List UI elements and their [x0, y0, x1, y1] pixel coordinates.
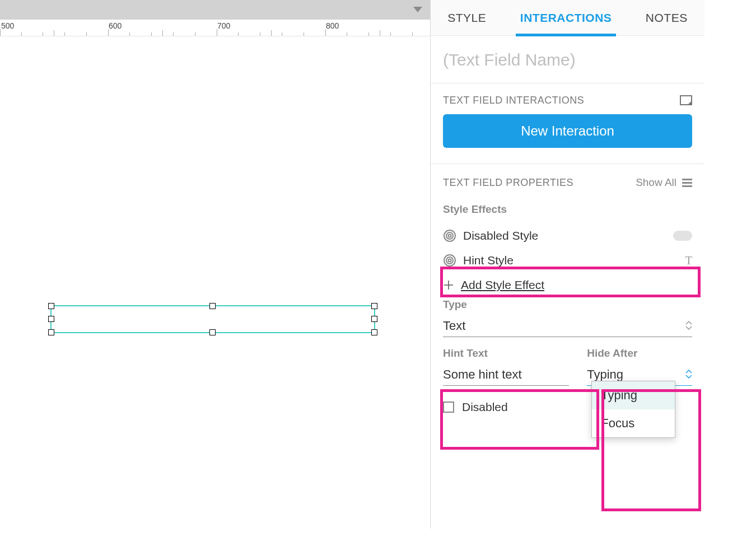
- ruler-tick: 700: [217, 21, 230, 30]
- tab-interactions[interactable]: INTERACTIONS: [516, 1, 617, 35]
- hide-after-dropdown: Typing Focus: [591, 381, 675, 438]
- ruler-horizontal: 500 600 700 800: [0, 20, 430, 36]
- ruler-tick: 500: [1, 21, 14, 30]
- svg-point-5: [449, 235, 451, 237]
- dropdown-option[interactable]: Typing: [592, 381, 675, 409]
- field-label: Hint Text: [443, 347, 569, 360]
- ruler-tick: 800: [326, 21, 339, 30]
- disabled-label: Disabled: [462, 400, 508, 414]
- svg-point-7: [446, 257, 453, 264]
- effect-label: Hint Style: [463, 254, 514, 267]
- hint-text-input[interactable]: [443, 364, 569, 386]
- show-all-label: Show All: [636, 176, 676, 189]
- field-label: Type: [443, 298, 692, 311]
- resize-handle[interactable]: [209, 329, 216, 335]
- page-bar: [0, 0, 430, 20]
- add-label: Add Style Effect: [461, 278, 544, 292]
- resize-handle[interactable]: [48, 316, 54, 322]
- svg-point-8: [449, 259, 451, 262]
- dropdown-option[interactable]: Focus: [592, 409, 675, 437]
- widget-name-input[interactable]: [443, 36, 692, 83]
- effect-label: Disabled Style: [463, 229, 538, 242]
- tab-notes[interactable]: NOTES: [641, 1, 692, 35]
- panel-tabs: STYLE INTERACTIONS NOTES: [431, 0, 704, 36]
- plus-icon: [443, 279, 454, 291]
- effect-row-disabled-style[interactable]: Disabled Style: [443, 223, 692, 248]
- resize-handle[interactable]: [48, 303, 54, 309]
- target-icon: [443, 254, 456, 267]
- new-interaction-button[interactable]: New Interaction: [443, 114, 692, 148]
- effect-row-hint-style[interactable]: Hint Style T: [443, 248, 692, 273]
- svg-point-4: [446, 232, 453, 239]
- svg-marker-0: [413, 7, 422, 12]
- disabled-checkbox[interactable]: [443, 402, 454, 413]
- toggle[interactable]: [673, 231, 692, 241]
- section-title: TEXT FIELD PROPERTIES: [443, 177, 573, 189]
- group-label: Style Effects: [443, 203, 692, 216]
- resize-handle[interactable]: [371, 329, 377, 335]
- stepper-icon: [685, 370, 692, 380]
- ruler-tick: 600: [109, 21, 122, 30]
- selected-text-field[interactable]: [50, 305, 375, 333]
- stepper-icon: [685, 321, 692, 331]
- inspector-panel: STYLE INTERACTIONS NOTES TEXT FIELD INTE…: [430, 0, 704, 529]
- tab-style[interactable]: STYLE: [443, 1, 491, 35]
- show-all-button[interactable]: Show All: [636, 176, 692, 189]
- resize-handle[interactable]: [209, 303, 216, 309]
- resize-handle[interactable]: [371, 316, 377, 322]
- canvas[interactable]: [0, 36, 430, 529]
- type-select[interactable]: Text: [443, 315, 692, 337]
- resize-handle[interactable]: [48, 329, 54, 335]
- field-label: Hide After: [587, 347, 692, 360]
- expand-icon[interactable]: [680, 95, 692, 106]
- text-style-icon: T: [673, 254, 692, 267]
- menu-icon: [682, 179, 692, 187]
- add-style-effect-button[interactable]: Add Style Effect: [443, 273, 692, 294]
- chevron-down-icon[interactable]: [413, 6, 422, 16]
- canvas-area: 500 600 700 800: [0, 0, 430, 529]
- resize-handle[interactable]: [371, 303, 377, 309]
- type-value: Text: [443, 315, 465, 337]
- target-icon: [443, 229, 456, 242]
- section-title: TEXT FIELD INTERACTIONS: [443, 95, 584, 106]
